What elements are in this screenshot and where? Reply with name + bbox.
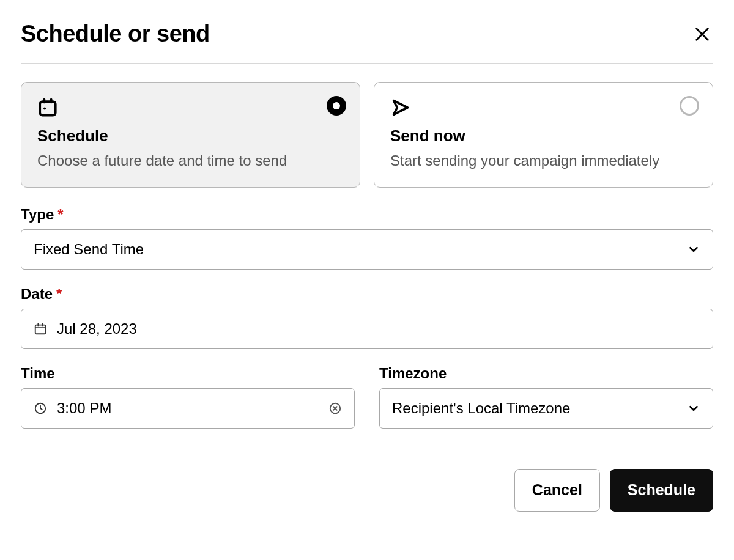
option-schedule-title: Schedule xyxy=(37,127,344,146)
field-timezone: Timezone Recipient's Local Timezone xyxy=(379,365,713,429)
send-icon xyxy=(390,97,697,118)
svg-rect-2 xyxy=(40,101,56,116)
chevron-down-icon xyxy=(687,243,700,256)
time-input[interactable]: 3:00 PM xyxy=(21,388,355,429)
date-label: Date* xyxy=(21,286,713,303)
option-schedule[interactable]: Schedule Choose a future date and time t… xyxy=(21,82,360,188)
timezone-select[interactable]: Recipient's Local Timezone xyxy=(379,388,713,429)
type-label: Type* xyxy=(21,206,713,223)
chevron-down-icon xyxy=(687,402,700,415)
time-value: 3:00 PM xyxy=(57,400,111,417)
schedule-button[interactable]: Schedule xyxy=(610,469,713,512)
close-icon xyxy=(694,26,711,43)
time-label: Time xyxy=(21,365,355,382)
option-send-now-title: Send now xyxy=(390,127,697,146)
dialog-header: Schedule or send xyxy=(21,21,713,64)
radio-checked-icon xyxy=(327,96,346,116)
calendar-icon xyxy=(34,322,47,336)
type-value: Fixed Send Time xyxy=(34,241,144,258)
option-send-now[interactable]: Send now Start sending your campaign imm… xyxy=(374,82,713,188)
dialog-title: Schedule or send xyxy=(21,21,210,47)
radio-unchecked-icon xyxy=(680,96,699,116)
send-mode-options: Schedule Choose a future date and time t… xyxy=(21,82,713,188)
svg-point-5 xyxy=(43,107,46,109)
field-type: Type* Fixed Send Time xyxy=(21,206,713,270)
timezone-value: Recipient's Local Timezone xyxy=(392,400,570,417)
timezone-label: Timezone xyxy=(379,365,713,382)
option-send-now-desc: Start sending your campaign immediately xyxy=(390,150,697,171)
calendar-icon xyxy=(37,97,344,118)
clock-icon xyxy=(34,402,47,415)
type-select[interactable]: Fixed Send Time xyxy=(21,229,713,270)
close-button[interactable] xyxy=(691,23,713,45)
dialog-footer: Cancel Schedule xyxy=(21,469,713,512)
required-indicator: * xyxy=(56,286,62,302)
field-date: Date* Jul 28, 2023 xyxy=(21,286,713,349)
date-value: Jul 28, 2023 xyxy=(57,320,137,337)
date-input[interactable]: Jul 28, 2023 xyxy=(21,309,713,349)
cancel-button[interactable]: Cancel xyxy=(514,469,600,512)
required-indicator: * xyxy=(57,206,63,223)
clear-icon[interactable] xyxy=(328,402,342,415)
option-schedule-desc: Choose a future date and time to send xyxy=(37,150,344,171)
field-time: Time 3:00 PM xyxy=(21,365,355,429)
svg-rect-6 xyxy=(35,325,46,334)
